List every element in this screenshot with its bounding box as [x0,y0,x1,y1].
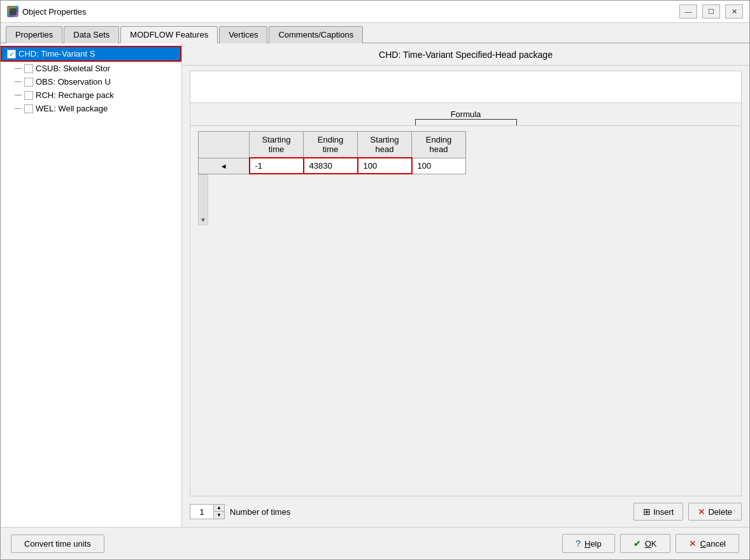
formula-label: Formula [451,109,481,119]
panel-title: CHD: Time-Variant Specified-Head package [379,50,553,60]
delete-label: Delete [708,507,732,517]
cell-ending-time[interactable]: 43830 [304,158,358,174]
spinner-buttons: ▲ ▼ [213,505,224,519]
help-icon: ? [576,538,581,549]
tab-properties[interactable]: Properties [6,26,62,43]
checkbox-rch[interactable] [24,91,33,100]
tree-item-wel[interactable]: — WEL: Well package [1,102,181,115]
checkbox-obs[interactable] [24,78,33,87]
cancel-button[interactable]: ✕ Cancel [676,534,739,553]
cell-ending-head[interactable]: 100 [412,158,466,174]
footer: Convert time units ? Help ✔ OK ✕ Cancel [1,527,749,559]
tab-modflow-features[interactable]: MODFLOW Features [120,26,218,43]
col-ending-head: Endinghead [412,132,466,158]
spin-up-button[interactable]: ▲ [214,505,224,512]
title-bar-left: ⬛ Object Properties [7,6,86,17]
spinner-input[interactable] [190,505,213,519]
delete-button[interactable]: ✕ Delete [688,503,742,521]
tree-item-chd[interactable]: ✓ CHD: Time-Variant S [1,46,181,62]
col-starting-head: Startinghead [358,132,412,158]
data-table: Startingtime Endingtime Startinghead End… [198,131,466,174]
window-title: Object Properties [22,7,86,17]
tree-item-chd-label: CHD: Time-Variant S [18,49,95,59]
insert-label: Insert [653,507,674,517]
bottom-controls: ▲ ▼ Number of times ⊞ Insert ✕ Delete [182,496,749,527]
tree-item-obs-label: OBS: Observation U [36,77,111,87]
insert-icon: ⊞ [643,507,651,517]
maximize-button[interactable]: ☐ [702,4,720,18]
main-content: ✓ CHD: Time-Variant S — CSUB: Skeletal S… [1,43,749,527]
close-button[interactable]: ✕ [725,4,743,18]
help-label: Help [584,539,602,549]
tree-item-rch[interactable]: — RCH: Recharge pack [1,88,181,102]
checkbox-chd[interactable]: ✓ [7,50,16,59]
col-ending-time: Endingtime [304,132,358,158]
tab-comments-captions[interactable]: Comments/Captions [269,26,363,43]
number-of-times-label: Number of times [230,507,290,517]
col-starting-time: Startingtime [250,132,304,158]
title-bar: ⬛ Object Properties — ☐ ✕ [1,1,749,23]
tree-item-obs[interactable]: — OBS: Observation U [1,75,181,88]
right-panel: CHD: Time-Variant Specified-Head package… [182,43,749,527]
tree-item-csub-label: CSUB: Skeletal Stor [36,64,110,73]
tab-bar: Properties Data Sets MODFLOW Features Ve… [1,23,749,43]
cell-starting-time[interactable]: -1 [250,158,304,174]
cell-starting-head[interactable]: 100 [358,158,412,174]
tree-item-csub[interactable]: — CSUB: Skeletal Stor [1,62,181,75]
insert-button[interactable]: ⊞ Insert [633,503,684,521]
tab-vertices[interactable]: Vertices [219,26,267,43]
help-button[interactable]: ? Help [562,534,615,553]
title-controls: — ☐ ✕ [679,4,743,18]
convert-time-units-button[interactable]: Convert time units [11,535,104,553]
left-panel: ✓ CHD: Time-Variant S — CSUB: Skeletal S… [1,43,182,527]
delete-icon: ✕ [698,507,705,517]
app-icon: ⬛ [7,6,18,17]
cancel-icon: ✕ [689,538,697,549]
checkbox-csub[interactable] [24,64,33,73]
tab-data-sets[interactable]: Data Sets [64,26,119,43]
spinner-container: ▲ ▼ [190,504,225,519]
ok-button[interactable]: ✔ OK [620,534,670,553]
cancel-label: Cancel [700,539,726,549]
minimize-button[interactable]: — [679,4,697,18]
ok-icon: ✔ [633,538,641,549]
tree-item-wel-label: WEL: Well package [36,104,108,113]
tree-item-rch-label: RCH: Recharge pack [36,90,114,100]
checkbox-wel[interactable] [24,104,33,113]
spin-down-button[interactable]: ▼ [214,512,224,519]
ok-label: OK [645,539,657,549]
main-window: ⬛ Object Properties — ☐ ✕ Properties Dat… [0,0,750,560]
table-row[interactable]: ◄ -1 43830 100 100 [199,158,466,174]
panel-header: CHD: Time-Variant Specified-Head package [182,43,749,66]
